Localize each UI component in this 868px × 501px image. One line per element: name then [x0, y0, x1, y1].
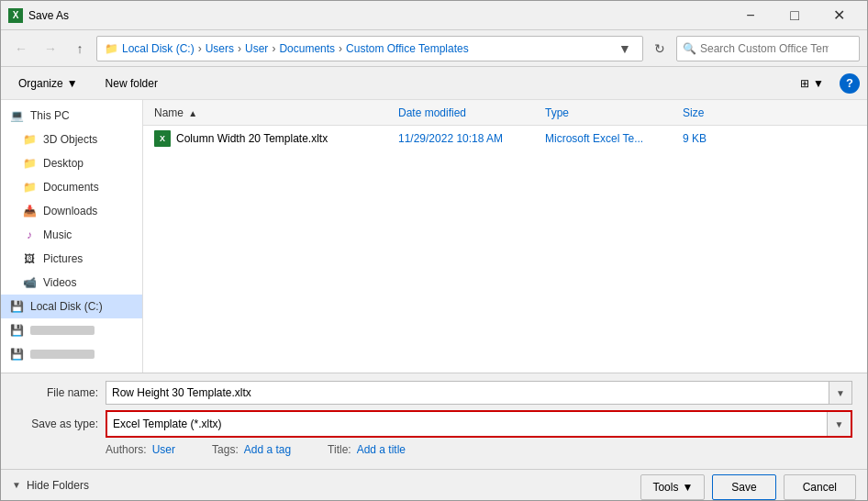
hide-folders-label[interactable]: Hide Folders	[27, 479, 89, 492]
desktop-folder-icon: 📁	[21, 155, 38, 172]
file-type-cell: Microsoft Excel Te...	[545, 132, 683, 145]
maximize-button[interactable]: □	[773, 2, 816, 29]
sidebar-item-drive1[interactable]: 💾	[1, 318, 142, 342]
downloads-folder-icon: 📥	[21, 203, 38, 219]
filename-label: File name:	[16, 386, 98, 399]
sidebar-item-3d-objects[interactable]: 📁 3D Objects	[1, 128, 142, 151]
view-button[interactable]: ⊞ ▼	[790, 72, 834, 95]
sidebar-item-downloads[interactable]: 📥 Downloads	[1, 199, 142, 223]
save-button[interactable]: Save	[712, 474, 775, 500]
pictures-icon: 🖼	[21, 250, 38, 267]
footer-bar: ▼ Hide Folders Tools ▼ Save Cancel	[1, 469, 867, 500]
tools-dropdown-icon: ▼	[682, 481, 693, 494]
cancel-button[interactable]: Cancel	[784, 474, 856, 500]
organize-label: Organize	[18, 77, 63, 90]
title-group: Title: Add a title	[328, 443, 406, 456]
3d-folder-icon: 📁	[21, 131, 38, 148]
sidebar: 💻 This PC 📁 3D Objects 📁 Desktop 📁 Docum…	[1, 100, 143, 373]
filetype-select[interactable]: Excel Template (*.xltx) ▼	[106, 410, 852, 438]
music-icon: ♪	[21, 227, 38, 243]
new-folder-button[interactable]: New folder	[95, 72, 168, 95]
col-date-header[interactable]: Date modified	[398, 106, 545, 119]
file-name-text: Column Width 20 Template.xltx	[176, 132, 328, 145]
view-icon: ⊞	[800, 77, 809, 90]
new-folder-label: New folder	[106, 77, 158, 90]
file-list: Name ▲ Date modified Type Size X Column …	[143, 100, 867, 373]
drive2-icon: 💾	[8, 346, 25, 362]
col-name-header[interactable]: Name ▲	[150, 106, 398, 119]
filename-input[interactable]	[106, 381, 829, 405]
documents-folder-icon: 📁	[21, 179, 38, 195]
sidebar-item-documents[interactable]: 📁 Documents	[1, 175, 142, 199]
sidebar-label-local-disk: Local Disk (C:)	[30, 300, 103, 313]
col-type-header[interactable]: Type	[545, 106, 683, 119]
toolbar: Organize ▼ New folder ⊞ ▼ ?	[1, 67, 867, 100]
view-dropdown-icon: ▼	[813, 77, 824, 90]
window-controls: − □ ✕	[729, 2, 860, 29]
sidebar-item-videos[interactable]: 📹 Videos	[1, 271, 142, 295]
forward-button[interactable]: →	[38, 36, 63, 61]
sidebar-item-drive2[interactable]: 💾	[1, 342, 142, 366]
sidebar-item-music[interactable]: ♪ Music	[1, 223, 142, 247]
save-as-dialog: X Save As − □ ✕ ← → ↑ 📁 Local Disk (C:) …	[0, 0, 868, 501]
bottom-form-area: File name: ▼ Save as type: Excel Templat…	[1, 373, 867, 469]
hide-folders-group: ▼ Hide Folders	[12, 479, 89, 492]
file-date-cell: 11/29/2022 10:18 AM	[398, 132, 545, 145]
close-button[interactable]: ✕	[818, 2, 860, 29]
help-button[interactable]: ?	[840, 73, 860, 94]
bc-user[interactable]: User	[245, 42, 268, 55]
filetype-row: Save as type: Excel Template (*.xltx) ▼	[16, 410, 852, 438]
search-input[interactable]	[700, 42, 829, 55]
meta-row: Authors: User Tags: Add a tag Title: Add…	[16, 443, 852, 456]
chevron-down-icon: ▼	[12, 480, 21, 490]
sidebar-label-music: Music	[43, 228, 72, 241]
bc-users[interactable]: Users	[206, 42, 234, 55]
table-row[interactable]: X Column Width 20 Template.xltx 11/29/20…	[143, 126, 867, 151]
back-button[interactable]: ←	[8, 36, 34, 61]
col-size-header[interactable]: Size	[683, 106, 774, 119]
title-bar: X Save As − □ ✕	[1, 1, 867, 30]
sidebar-label-desktop: Desktop	[43, 157, 83, 170]
action-buttons: Tools ▼ Save Cancel	[640, 474, 856, 500]
excel-file-icon: X	[154, 130, 171, 147]
title-add[interactable]: Add a title	[357, 443, 406, 456]
app-icon: X	[8, 8, 23, 23]
sidebar-item-desktop[interactable]: 📁 Desktop	[1, 151, 142, 175]
minimize-button[interactable]: −	[729, 2, 772, 29]
breadcrumb[interactable]: 📁 Local Disk (C:) › Users › User › Docum…	[96, 36, 643, 61]
bc-documents[interactable]: Documents	[279, 42, 335, 55]
filetype-label: Save as type:	[16, 418, 98, 430]
drive1-icon: 💾	[8, 322, 25, 339]
sidebar-label-downloads: Downloads	[43, 205, 97, 217]
title-label: Title:	[328, 443, 351, 456]
tags-group: Tags: Add a tag	[212, 443, 291, 456]
tags-add[interactable]: Add a tag	[244, 443, 291, 456]
breadcrumb-dropdown[interactable]: ▼	[615, 39, 635, 59]
filetype-value: Excel Template (*.xltx)	[107, 412, 827, 436]
sidebar-label-this-pc: This PC	[30, 109, 70, 122]
sidebar-item-local-disk[interactable]: 💾 Local Disk (C:)	[1, 295, 142, 318]
address-bar: ← → ↑ 📁 Local Disk (C:) › Users › User ›…	[1, 30, 867, 67]
sidebar-label-documents: Documents	[43, 181, 99, 194]
organize-button[interactable]: Organize ▼	[8, 72, 88, 95]
sort-arrow-icon: ▲	[188, 108, 197, 118]
up-button[interactable]: ↑	[67, 36, 93, 61]
tools-button[interactable]: Tools ▼	[640, 474, 705, 500]
search-bar[interactable]: 🔍	[676, 36, 860, 61]
sidebar-label-videos: Videos	[43, 276, 76, 289]
refresh-button[interactable]: ↻	[647, 36, 673, 61]
sidebar-label-pictures: Pictures	[43, 252, 83, 265]
dialog-title: Save As	[28, 9, 729, 22]
filename-dropdown-arrow[interactable]: ▼	[829, 381, 852, 405]
bc-custom-templates[interactable]: Custom Office Templates	[346, 42, 469, 55]
bc-localdisk[interactable]: Local Disk (C:)	[122, 42, 195, 55]
videos-icon: 📹	[21, 274, 38, 291]
pc-icon: 💻	[8, 107, 25, 124]
authors-value[interactable]: User	[152, 443, 175, 456]
authors-label: Authors:	[106, 443, 147, 456]
content-area: 💻 This PC 📁 3D Objects 📁 Desktop 📁 Docum…	[1, 100, 867, 373]
authors-group: Authors: User	[106, 443, 175, 456]
sidebar-item-this-pc[interactable]: 💻 This PC	[1, 104, 142, 128]
filetype-dropdown-arrow[interactable]: ▼	[827, 412, 851, 436]
sidebar-item-pictures[interactable]: 🖼 Pictures	[1, 247, 142, 271]
